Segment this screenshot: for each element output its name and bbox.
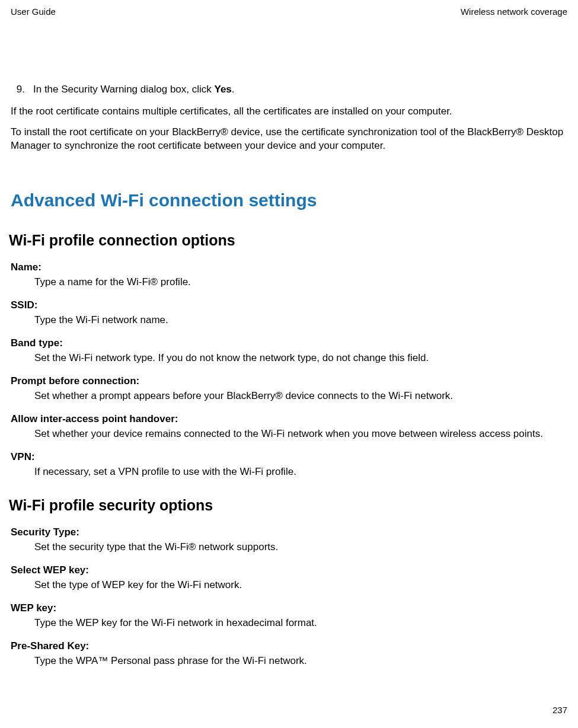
page-number: 237 xyxy=(553,704,567,716)
term-vpn: VPN: xyxy=(11,451,567,464)
desc-prompt: Set whether a prompt appears before your… xyxy=(34,389,567,403)
step-9: 9. In the Security Warning dialog box, c… xyxy=(11,83,567,97)
page-content: 9. In the Security Warning dialog box, c… xyxy=(0,18,578,668)
header-right: Wireless network coverage xyxy=(461,6,567,18)
desc-name: Type a name for the Wi-Fi® profile. xyxy=(34,276,567,289)
term-ssid: SSID: xyxy=(11,299,567,312)
desc-wep-key: Type the WEP key for the Wi-Fi network i… xyxy=(34,617,567,630)
heading-connection-options: Wi-Fi profile connection options xyxy=(9,231,567,251)
desc-ssid: Type the Wi-Fi network name. xyxy=(34,314,567,327)
term-psk: Pre-Shared Key: xyxy=(11,640,567,653)
step-text-bold: Yes xyxy=(215,84,232,95)
step-text-before: In the Security Warning dialog box, clic… xyxy=(33,84,215,95)
desc-psk: Type the WPA™ Personal pass phrase for t… xyxy=(34,654,567,668)
heading-security-options: Wi-Fi profile security options xyxy=(9,496,567,516)
term-wep-key: WEP key: xyxy=(11,602,567,615)
term-name: Name: xyxy=(11,261,567,274)
term-security-type: Security Type: xyxy=(11,526,567,539)
step-number: 9. xyxy=(11,83,25,97)
paragraph-install-root-cert: To install the root certificate on your … xyxy=(11,126,567,153)
desc-vpn: If necessary, set a VPN profile to use w… xyxy=(34,465,567,479)
term-prompt: Prompt before connection: xyxy=(11,375,567,388)
page-header: User Guide Wireless network coverage xyxy=(0,0,578,18)
step-text-after: . xyxy=(232,84,235,95)
desc-select-wep: Set the type of WEP key for the Wi-Fi ne… xyxy=(34,579,567,592)
term-band-type: Band type: xyxy=(11,337,567,350)
desc-band-type: Set the Wi-Fi network type. If you do no… xyxy=(34,352,567,365)
desc-handover: Set whether your device remains connecte… xyxy=(34,427,567,441)
heading-advanced-wifi: Advanced Wi-Fi connection settings xyxy=(11,189,567,213)
term-select-wep: Select WEP key: xyxy=(11,564,567,577)
paragraph-root-cert-multi: If the root certificate contains multipl… xyxy=(11,105,567,119)
term-handover: Allow inter-access point handover: xyxy=(11,413,567,426)
step-text: In the Security Warning dialog box, clic… xyxy=(33,83,235,97)
header-left: User Guide xyxy=(11,6,56,18)
desc-security-type: Set the security type that the Wi-Fi® ne… xyxy=(34,541,567,554)
